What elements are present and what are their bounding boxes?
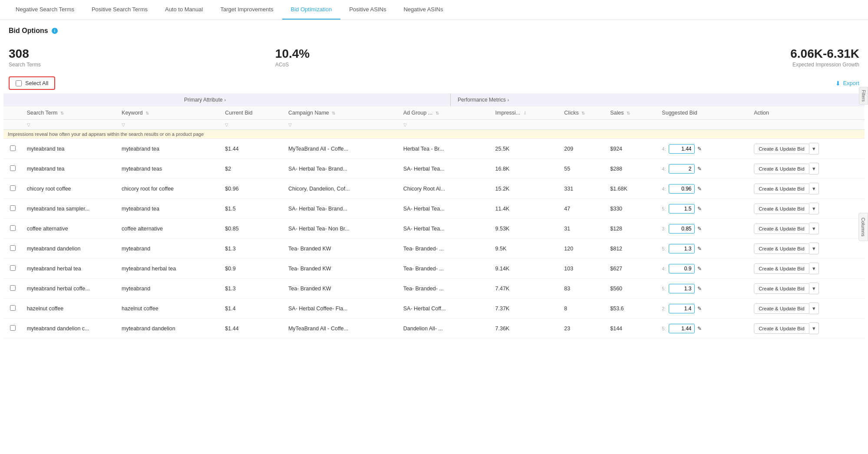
action-dropdown-btn-1[interactable]: ▾	[809, 163, 819, 174]
nav-tab-positive-asins[interactable]: Positive ASINs	[340, 0, 395, 20]
campaign-name-cell-3: SA- Herbal Tea- Brand...	[284, 199, 399, 219]
bid-input-6[interactable]	[669, 264, 695, 273]
filter-icon-current_bid[interactable]: ▽	[225, 122, 228, 127]
acos-label: ACoS	[275, 62, 310, 68]
action-dropdown-btn-7[interactable]: ▾	[809, 283, 819, 294]
filter-icon-ad_group[interactable]: ▽	[403, 122, 407, 127]
create-update-btn-4[interactable]: Create & Update Bid	[754, 224, 809, 234]
edit-bid-icon-8[interactable]: ✎	[697, 306, 702, 312]
filter-icon-search_term[interactable]: ▽	[27, 122, 30, 127]
edit-bid-icon-0[interactable]: ✎	[697, 146, 702, 152]
nav-tab-positive-search[interactable]: Positive Search Terms	[83, 0, 156, 20]
bid-input-3[interactable]	[669, 204, 695, 214]
col-header-keyword[interactable]: Keyword ⇅	[117, 106, 221, 120]
impressions-cell-1: 16.8K	[491, 159, 560, 179]
ad-group-cell-6: Tea- Branded- ...	[399, 259, 491, 279]
bid-input-group-2: 4: ✎	[662, 184, 745, 194]
action-dropdown-btn-0[interactable]: ▾	[809, 143, 819, 155]
nav-tab-target-improvements[interactable]: Target Improvements	[211, 0, 282, 20]
action-dropdown-btn-5[interactable]: ▾	[809, 243, 819, 254]
create-update-btn-3[interactable]: Create & Update Bid	[754, 204, 809, 214]
col-header-ad_group[interactable]: Ad Group ... ⇅	[399, 106, 491, 120]
action-btn-group-8: Create & Update Bid ▾	[754, 303, 860, 314]
suggested-bid-prefix-5: 5:	[662, 246, 666, 251]
filter-icon-keyword[interactable]: ▽	[122, 122, 125, 127]
col-header-campaign_name[interactable]: Campaign Name ⇅	[284, 106, 399, 120]
bid-input-0[interactable]	[669, 144, 695, 154]
primary-attribute-header[interactable]: Primary Attribute ›	[177, 93, 451, 106]
row-checkbox-3[interactable]	[10, 205, 16, 211]
edit-bid-icon-5[interactable]: ✎	[697, 246, 702, 252]
bid-input-5[interactable]	[669, 244, 695, 253]
clicks-cell-6: 103	[560, 259, 606, 279]
filters-panel[interactable]: Filters	[859, 87, 868, 105]
search-term-cell-7: myteabrand herbal coffe...	[23, 279, 117, 299]
create-update-btn-8[interactable]: Create & Update Bid	[754, 303, 809, 314]
action-dropdown-btn-8[interactable]: ▾	[809, 303, 819, 314]
current-bid-cell-4: $0.85	[221, 219, 284, 239]
export-button[interactable]: ⬇ Export	[835, 80, 859, 87]
clicks-cell-3: 47	[560, 199, 606, 219]
edit-bid-icon-1[interactable]: ✎	[697, 166, 702, 172]
row-checkbox-1[interactable]	[10, 165, 16, 171]
row-checkbox-5[interactable]	[10, 245, 16, 251]
create-update-btn-6[interactable]: Create & Update Bid	[754, 263, 809, 274]
create-update-btn-0[interactable]: Create & Update Bid	[754, 144, 809, 154]
bid-input-1[interactable]	[669, 164, 695, 174]
row-checkbox-2[interactable]	[10, 185, 16, 191]
action-dropdown-btn-9[interactable]: ▾	[809, 322, 819, 334]
suggested-bid-prefix-1: 4:	[662, 166, 666, 171]
nav-tab-negative-search[interactable]: Negative Search Terms	[7, 0, 83, 20]
select-all-checkbox[interactable]	[16, 80, 22, 86]
bid-options-section: Bid Options i	[0, 20, 868, 38]
create-update-btn-7[interactable]: Create & Update Bid	[754, 283, 809, 294]
edit-bid-icon-4[interactable]: ✎	[697, 226, 702, 232]
row-checkbox-4[interactable]	[10, 225, 16, 231]
row-checkbox-0[interactable]	[10, 145, 16, 151]
filter-icon-campaign_name[interactable]: ▽	[288, 122, 292, 127]
create-update-btn-2[interactable]: Create & Update Bid	[754, 184, 809, 194]
bid-input-7[interactable]	[669, 284, 695, 293]
edit-bid-icon-3[interactable]: ✎	[697, 206, 702, 212]
row-checkbox-7[interactable]	[10, 285, 16, 291]
bid-options-info-icon[interactable]: i	[52, 28, 58, 34]
row-checkbox-8[interactable]	[10, 305, 16, 311]
ad-group-cell-4: SA- Herbal Tea...	[399, 219, 491, 239]
bid-input-group-7: 5: ✎	[662, 284, 745, 293]
bid-input-9[interactable]	[669, 324, 695, 333]
action-dropdown-btn-4[interactable]: ▾	[809, 223, 819, 234]
action-btn-group-9: Create & Update Bid ▾	[754, 322, 860, 334]
col-header-impressions[interactable]: Impressi... ⇩	[491, 106, 560, 120]
action-dropdown-btn-3[interactable]: ▾	[809, 203, 819, 214]
create-update-btn-1[interactable]: Create & Update Bid	[754, 164, 809, 174]
nav-tab-bid-optimization[interactable]: Bid Optimization	[282, 0, 341, 20]
performance-metrics-header[interactable]: Performance Metrics ›	[451, 93, 865, 106]
columns-panel[interactable]: Columns	[858, 213, 868, 241]
edit-bid-icon-6[interactable]: ✎	[697, 266, 702, 272]
filter-cell-action	[749, 120, 865, 130]
action-cell-1: Create & Update Bid ▾	[749, 159, 865, 179]
edit-bid-icon-2[interactable]: ✎	[697, 186, 702, 192]
bid-input-8[interactable]	[669, 304, 695, 313]
col-header-search_term[interactable]: Search Term ⇅	[23, 106, 117, 120]
table-row: myteabrand dandelionmyteabrand$1.3Tea- B…	[3, 239, 865, 259]
nav-tab-auto-to-manual[interactable]: Auto to Manual	[156, 0, 211, 20]
col-header-sales[interactable]: Sales ⇅	[606, 106, 657, 120]
bid-input-2[interactable]	[669, 184, 695, 194]
table-row: myteabrand dandelion c...myteabrand dand…	[3, 319, 865, 339]
action-dropdown-btn-6[interactable]: ▾	[809, 263, 819, 274]
row-checkbox-9[interactable]	[10, 325, 16, 331]
row-checkbox-6[interactable]	[10, 265, 16, 271]
edit-bid-icon-9[interactable]: ✎	[697, 326, 702, 332]
nav-tab-negative-asins[interactable]: Negative ASINs	[395, 0, 452, 20]
action-dropdown-btn-2[interactable]: ▾	[809, 183, 819, 194]
col-header-clicks[interactable]: Clicks ⇅	[560, 106, 606, 120]
action-cell-2: Create & Update Bid ▾	[749, 179, 865, 199]
select-all-container[interactable]: Select All	[9, 76, 55, 90]
suggested-bid-prefix-3: 5:	[662, 206, 666, 211]
create-update-btn-9[interactable]: Create & Update Bid	[754, 323, 809, 334]
ad-group-cell-3: SA- Herbal Tea...	[399, 199, 491, 219]
create-update-btn-5[interactable]: Create & Update Bid	[754, 243, 809, 254]
edit-bid-icon-7[interactable]: ✎	[697, 286, 702, 292]
bid-input-4[interactable]	[669, 224, 695, 234]
